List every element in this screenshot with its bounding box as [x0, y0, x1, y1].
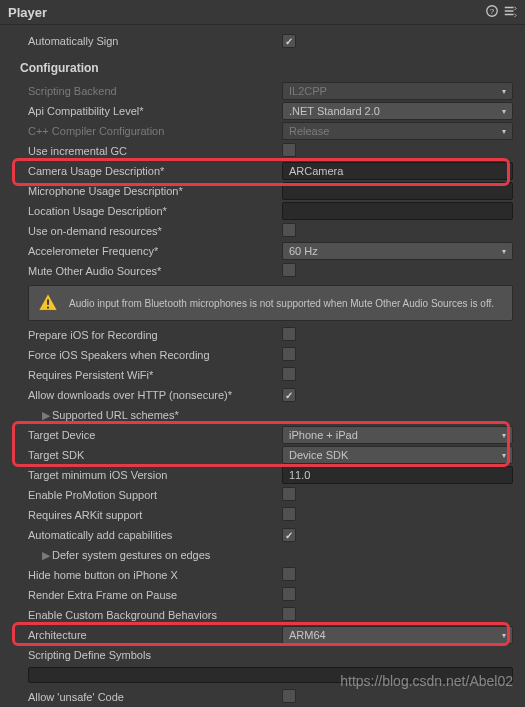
header-icons: ? [485, 4, 517, 20]
chevron-down-icon: ▾ [502, 127, 506, 136]
row-custom-bg: Enable Custom Background Behaviors [28, 605, 513, 625]
label-persistent-wifi: Requires Persistent WiFi* [28, 369, 282, 381]
row-architecture: Architecture ARM64 ▾ [28, 625, 513, 645]
row-allow-unsafe: Allow 'unsafe' Code [28, 687, 513, 707]
chevron-down-icon: ▾ [502, 631, 506, 640]
input-camera-usage[interactable]: ARCamera [282, 162, 513, 180]
checkbox-incremental-gc[interactable] [282, 143, 296, 157]
warning-box: Audio input from Bluetooth microphones i… [28, 285, 513, 321]
warning-icon [37, 292, 59, 314]
row-camera-usage: Camera Usage Description* ARCamera [28, 161, 513, 181]
label-api-compat: Api Compatibility Level* [28, 105, 282, 117]
label-mute-audio: Mute Other Audio Sources* [28, 265, 282, 277]
row-supported-url: ▶Supported URL schemes* [28, 405, 513, 425]
panel-header: Player ? [0, 0, 525, 25]
row-incremental-gc: Use incremental GC [28, 141, 513, 161]
chevron-down-icon: ▾ [502, 431, 506, 440]
checkbox-hide-home[interactable] [282, 567, 296, 581]
label-target-device: Target Device [28, 429, 282, 441]
checkbox-allow-http[interactable] [282, 388, 296, 402]
svg-text:?: ? [490, 7, 495, 16]
label-promotion: Enable ProMotion Support [28, 489, 282, 501]
label-location-usage: Location Usage Description* [28, 205, 282, 217]
row-allow-http: Allow downloads over HTTP (nonsecure)* [28, 385, 513, 405]
label-allow-http: Allow downloads over HTTP (nonsecure)* [28, 389, 282, 401]
label-supported-url[interactable]: ▶Supported URL schemes* [28, 409, 282, 422]
dropdown-value: .NET Standard 2.0 [289, 105, 380, 117]
dropdown-api-compat[interactable]: .NET Standard 2.0 ▾ [282, 102, 513, 120]
label-mic-usage: Microphone Usage Description* [28, 185, 282, 197]
dropdown-value: ARM64 [289, 629, 326, 641]
label-auto-cap: Automatically add capabilities [28, 529, 282, 541]
checkbox-custom-bg[interactable] [282, 607, 296, 621]
dropdown-cpp-compiler: Release ▾ [282, 122, 513, 140]
label-hide-home: Hide home button on iPhone X [28, 569, 282, 581]
label-force-speakers: Force iOS Speakers when Recording [28, 349, 282, 361]
checkbox-persistent-wifi[interactable] [282, 367, 296, 381]
dropdown-architecture[interactable]: ARM64 ▾ [282, 626, 513, 644]
input-location-usage[interactable] [282, 202, 513, 220]
dropdown-target-device[interactable]: iPhone + iPad ▾ [282, 426, 513, 444]
chevron-down-icon: ▾ [502, 87, 506, 96]
dropdown-value: IL2CPP [289, 85, 327, 97]
label-cpp-compiler: C++ Compiler Configuration [28, 125, 282, 137]
foldout-arrow-icon: ▶ [42, 549, 50, 562]
input-target-min-ios[interactable]: 11.0 [282, 466, 513, 484]
checkbox-mute-audio[interactable] [282, 263, 296, 277]
dropdown-scripting-backend: IL2CPP ▾ [282, 82, 513, 100]
warning-text: Audio input from Bluetooth microphones i… [69, 297, 494, 310]
checkbox-auto-sign[interactable] [282, 34, 296, 48]
panel-title: Player [8, 5, 47, 20]
dropdown-target-sdk[interactable]: Device SDK ▾ [282, 446, 513, 464]
settings-icon[interactable] [503, 4, 517, 20]
row-on-demand: Use on-demand resources* [28, 221, 513, 241]
label-defer-gestures[interactable]: ▶Defer system gestures on edges [28, 549, 282, 562]
label-allow-unsafe: Allow 'unsafe' Code [28, 691, 282, 703]
row-hide-home: Hide home button on iPhone X [28, 565, 513, 585]
label-incremental-gc: Use incremental GC [28, 145, 282, 157]
dropdown-accel-freq[interactable]: 60 Hz ▾ [282, 242, 513, 260]
row-extra-frame: Render Extra Frame on Pause [28, 585, 513, 605]
dropdown-value: Release [289, 125, 329, 137]
label-prepare-ios: Prepare iOS for Recording [28, 329, 282, 341]
row-target-sdk: Target SDK Device SDK ▾ [28, 445, 513, 465]
row-mic-usage: Microphone Usage Description* [28, 181, 513, 201]
row-persistent-wifi: Requires Persistent WiFi* [28, 365, 513, 385]
label-extra-frame: Render Extra Frame on Pause [28, 589, 282, 601]
input-mic-usage[interactable] [282, 182, 513, 200]
checkbox-prepare-ios[interactable] [282, 327, 296, 341]
checkbox-auto-cap[interactable] [282, 528, 296, 542]
input-value: 11.0 [289, 469, 310, 481]
checkbox-force-speakers[interactable] [282, 347, 296, 361]
label-arkit: Requires ARKit support [28, 509, 282, 521]
label-accel-freq: Accelerometer Frequency* [28, 245, 282, 257]
row-target-min-ios: Target minimum iOS Version 11.0 [28, 465, 513, 485]
row-target-device: Target Device iPhone + iPad ▾ [28, 425, 513, 445]
label-architecture: Architecture [28, 629, 282, 641]
row-auto-cap: Automatically add capabilities [28, 525, 513, 545]
row-defer-gestures: ▶Defer system gestures on edges [28, 545, 513, 565]
checkbox-on-demand[interactable] [282, 223, 296, 237]
label-target-min-ios: Target minimum iOS Version [28, 469, 282, 481]
label-target-sdk: Target SDK [28, 449, 282, 461]
row-promotion: Enable ProMotion Support [28, 485, 513, 505]
row-api-compat: Api Compatibility Level* .NET Standard 2… [28, 101, 513, 121]
checkbox-extra-frame[interactable] [282, 587, 296, 601]
help-icon[interactable]: ? [485, 4, 499, 20]
row-auto-sign: Automatically Sign [28, 31, 513, 51]
row-accel-freq: Accelerometer Frequency* 60 Hz ▾ [28, 241, 513, 261]
row-arkit: Requires ARKit support [28, 505, 513, 525]
row-scripting-define: Scripting Define Symbols [28, 645, 513, 665]
svg-rect-3 [47, 307, 49, 309]
watermark-text: https://blog.csdn.net/Abel02 [340, 673, 513, 689]
checkbox-promotion[interactable] [282, 487, 296, 501]
chevron-down-icon: ▾ [502, 451, 506, 460]
row-force-speakers: Force iOS Speakers when Recording [28, 345, 513, 365]
label-scripting-backend: Scripting Backend [28, 85, 282, 97]
checkbox-arkit[interactable] [282, 507, 296, 521]
label-auto-sign: Automatically Sign [28, 35, 282, 47]
row-cpp-compiler: C++ Compiler Configuration Release ▾ [28, 121, 513, 141]
checkbox-allow-unsafe[interactable] [282, 689, 296, 703]
dropdown-value: iPhone + iPad [289, 429, 358, 441]
label-scripting-define: Scripting Define Symbols [28, 649, 282, 661]
